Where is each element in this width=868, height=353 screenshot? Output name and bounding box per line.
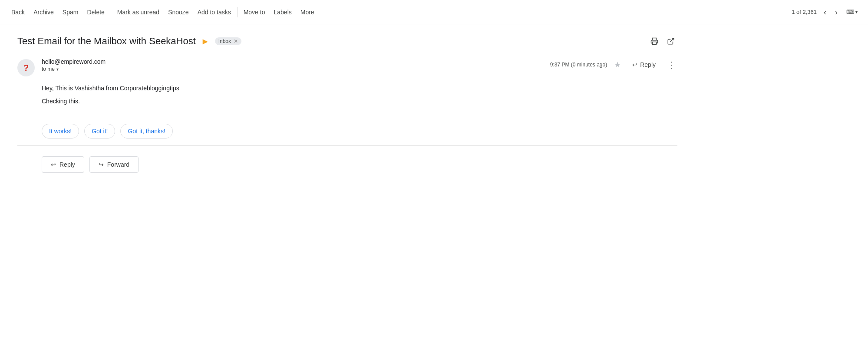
reply-button[interactable]: ↩ Reply xyxy=(42,156,84,173)
back-button[interactable]: Back xyxy=(7,6,29,18)
body-line-2: Checking this. xyxy=(42,96,653,106)
reply-inline-button[interactable]: ↩ Reply xyxy=(628,59,660,71)
keyboard-dropdown-arrow: ▾ xyxy=(855,10,858,14)
smart-replies-container: It works! Got it! Got it, thanks! xyxy=(17,117,677,145)
delete-button[interactable]: Delete xyxy=(83,6,109,18)
star-button[interactable]: ★ xyxy=(612,58,623,71)
svg-line-1 xyxy=(670,38,674,42)
reply-button-label: Reply xyxy=(59,161,75,168)
email-body: Hey, This is Vashishtha from Corporatebl… xyxy=(17,80,677,117)
add-tasks-button[interactable]: Add to tasks xyxy=(193,6,235,18)
reply-button-icon: ↩ xyxy=(51,161,56,168)
inbox-badge-label: Inbox xyxy=(218,38,231,44)
email-header-right: 9:37 PM (0 minutes ago) ★ ↩ Reply ⋮ xyxy=(550,58,677,71)
email-subject-left: Test Email for the Mailbox with SeekaHos… xyxy=(17,36,241,47)
inbox-badge-remove[interactable]: ✕ xyxy=(234,38,238,44)
spam-button[interactable]: Spam xyxy=(58,6,83,18)
avatar: ? xyxy=(17,59,35,76)
email-container: Test Email for the Mailbox with SeekaHos… xyxy=(0,24,695,194)
email-header-left: ? hello@empireword.com to me ▾ xyxy=(17,58,106,76)
to-me-dropdown-icon: ▾ xyxy=(56,67,59,72)
archive-button[interactable]: Archive xyxy=(29,6,58,18)
to-me-label: to me xyxy=(42,66,55,72)
star-icon: ★ xyxy=(614,60,621,69)
toolbar: Back Archive Spam Delete Mark as unread … xyxy=(0,0,868,24)
move-to-button[interactable]: Move to xyxy=(239,6,270,18)
toolbar-nav: 1 of 2,361 ‹ › ⌨ ▾ xyxy=(792,7,861,18)
email-subject-actions xyxy=(648,35,677,48)
svg-rect-0 xyxy=(653,42,657,45)
sender-info: hello@empireword.com to me ▾ xyxy=(42,58,106,72)
email-subject-title: Test Email for the Mailbox with SeekaHos… xyxy=(17,36,196,47)
action-buttons: ↩ Reply ↪ Forward xyxy=(17,153,677,176)
forward-button[interactable]: ↪ Forward xyxy=(89,156,139,173)
keyboard-icon: ⌨ xyxy=(846,9,855,15)
labels-button[interactable]: Labels xyxy=(269,6,296,18)
next-email-button[interactable]: › xyxy=(832,7,841,18)
body-line-1: Hey, This is Vashishtha from Corporatebl… xyxy=(42,83,653,93)
email-divider xyxy=(17,145,677,146)
snooze-button[interactable]: Snooze xyxy=(164,6,193,18)
divider-1 xyxy=(111,7,111,17)
open-new-window-button[interactable] xyxy=(664,35,677,48)
sender-email: hello@empireword.com xyxy=(42,58,106,65)
smart-reply-1[interactable]: It works! xyxy=(42,124,79,139)
print-icon xyxy=(650,37,658,45)
reply-inline-icon: ↩ xyxy=(632,61,637,68)
keyboard-shortcut-button[interactable]: ⌨ ▾ xyxy=(843,7,861,17)
open-new-icon xyxy=(667,37,675,45)
smart-reply-3[interactable]: Got it, thanks! xyxy=(120,124,172,139)
smart-reply-2[interactable]: Got it! xyxy=(84,124,115,139)
reply-inline-label: Reply xyxy=(640,61,656,68)
mark-unread-button[interactable]: Mark as unread xyxy=(113,6,164,18)
nav-count: 1 of 2,361 xyxy=(792,9,817,15)
avatar-icon: ? xyxy=(23,63,29,73)
more-icon: ⋮ xyxy=(667,60,676,69)
divider-2 xyxy=(237,7,238,17)
forward-button-label: Forward xyxy=(107,161,129,168)
forward-button-icon: ↪ xyxy=(99,161,104,168)
email-more-button[interactable]: ⋮ xyxy=(665,59,677,71)
email-time: 9:37 PM (0 minutes ago) xyxy=(550,62,607,68)
print-button[interactable] xyxy=(648,35,661,48)
forward-icon: ► xyxy=(201,36,210,46)
email-header: ? hello@empireword.com to me ▾ 9:37 PM (… xyxy=(17,51,677,80)
prev-email-button[interactable]: ‹ xyxy=(820,7,830,18)
inbox-badge: Inbox ✕ xyxy=(215,37,241,45)
sender-to-row[interactable]: to me ▾ xyxy=(42,66,106,72)
email-subject-row: Test Email for the Mailbox with SeekaHos… xyxy=(17,28,677,51)
more-button[interactable]: More xyxy=(296,6,319,18)
